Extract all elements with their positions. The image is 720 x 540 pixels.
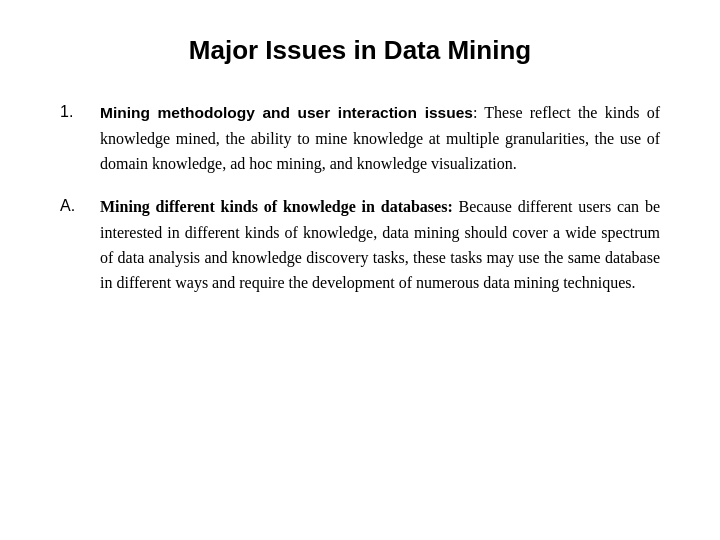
section-1: 1. Mining methodology and user interacti… bbox=[60, 100, 660, 176]
section-heading-2: Mining different kinds of knowledge in d… bbox=[100, 198, 453, 215]
section-heading-1: Mining methodology and user interaction … bbox=[100, 104, 473, 121]
section-body-2: Mining different kinds of knowledge in d… bbox=[100, 194, 660, 295]
section-2: A. Mining different kinds of knowledge i… bbox=[60, 194, 660, 295]
section-number-1: 1. bbox=[60, 100, 88, 125]
page-title: Major Issues in Data Mining bbox=[60, 30, 660, 70]
section-body-1: Mining methodology and user interaction … bbox=[100, 100, 660, 176]
content-area: 1. Mining methodology and user interacti… bbox=[60, 100, 660, 295]
page-container: Major Issues in Data Mining 1. Mining me… bbox=[0, 0, 720, 540]
section-number-2: A. bbox=[60, 194, 88, 219]
